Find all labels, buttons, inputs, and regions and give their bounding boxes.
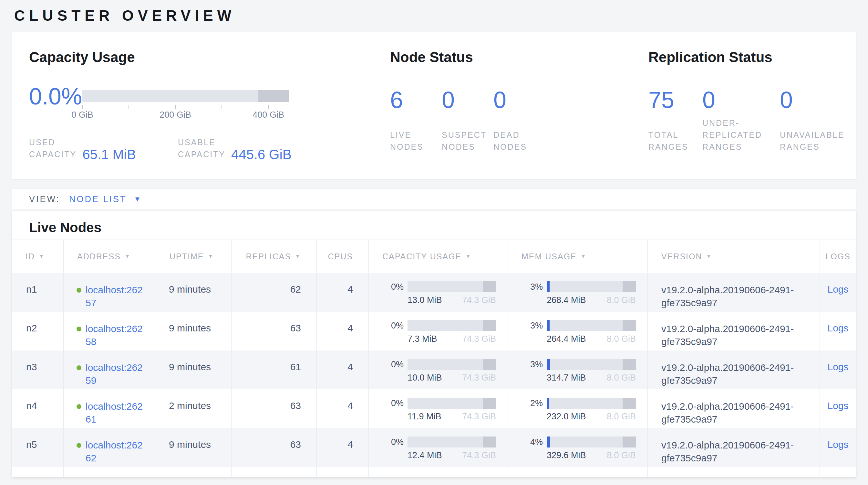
replication-status-section: Replication Status 75 0 0 TOTALRANGES UN…: [648, 32, 854, 153]
logs-link[interactable]: Logs: [827, 323, 848, 333]
logs-cell: Logs: [820, 312, 856, 350]
total-ranges-label: TOTALRANGES: [648, 129, 702, 153]
unavailable-ranges-count: 0: [780, 88, 854, 112]
table-row: n3 localhost:262 59 9 minutes 61 4 0% 10…: [12, 350, 856, 389]
live-status-dot-icon: [76, 365, 82, 370]
cpus-cell: 4: [317, 273, 369, 312]
chevron-down-icon: ▼: [134, 196, 141, 203]
column-header-address[interactable]: ADDRESS▼: [64, 240, 156, 273]
node-status-heading: Node Status: [390, 32, 545, 65]
node-address-link[interactable]: localhost:262 62: [86, 439, 143, 467]
mem-total-value: 8.0 GiB: [607, 411, 636, 422]
sort-desc-icon: ▼: [465, 253, 471, 260]
logs-link[interactable]: Logs: [827, 284, 848, 294]
node-address-cell: localhost:262 61: [64, 389, 156, 428]
capacity-usage-section: Capacity Usage 0.0% 0 GiB 200 GiB 400 Gi…: [29, 32, 291, 160]
mem-used-value: 232.0 MiB: [547, 411, 586, 422]
node-id-cell: n2: [12, 312, 64, 350]
mem-mini-bar: [547, 436, 636, 448]
node-address-link[interactable]: localhost:262 58: [86, 322, 143, 350]
mem-bar-dark-segment: [623, 281, 636, 292]
mem-bar-dark-segment: [623, 320, 636, 331]
capacity-usage-cell: 0% 13.0 MiB 74.3 GiB: [369, 273, 508, 312]
node-address-link[interactable]: localhost:262 57: [86, 284, 143, 312]
capacity-bar-chart: 0 GiB 200 GiB 400 GiB: [82, 90, 289, 120]
column-header-mem-usage[interactable]: MEM USAGE▼: [508, 240, 648, 273]
replicas-cell: 62: [231, 273, 317, 312]
cpus-cell: 4: [317, 428, 369, 467]
replicas-cell: 63: [231, 389, 317, 428]
column-header-version[interactable]: VERSION▼: [648, 240, 820, 273]
logs-link[interactable]: Logs: [827, 362, 848, 372]
capacity-percent: 0%: [390, 398, 404, 408]
mem-usage-cell: 3% 264.4 MiB 8.0 GiB: [508, 312, 648, 350]
logs-cell: Logs: [820, 350, 856, 389]
uptime-cell: 9 minutes: [156, 350, 231, 389]
column-header-replicas[interactable]: REPLICAS▼: [231, 240, 317, 273]
sort-desc-icon: ▼: [295, 253, 301, 260]
capacity-mini-bar: [407, 320, 496, 331]
capacity-total-value: 74.3 GiB: [462, 295, 496, 305]
uptime-cell: 9 minutes: [156, 428, 231, 467]
sort-desc-icon: ▼: [581, 253, 587, 260]
logs-link[interactable]: Logs: [827, 439, 848, 450]
node-address-cell: localhost:262 57: [64, 273, 156, 312]
capacity-total-value: 74.3 GiB: [462, 373, 496, 383]
used-capacity-label-line1: USED: [29, 137, 76, 148]
dead-nodes-label: DEADNODES: [493, 129, 545, 153]
table-body: n1 localhost:262 57 9 minutes 62 4 0% 13…: [12, 273, 856, 467]
column-header-capacity-usage[interactable]: CAPACITY USAGE▼: [369, 240, 508, 273]
table-row: n4 localhost:262 61 2 minutes 63 4 0% 11…: [12, 389, 856, 428]
logs-cell: Logs: [820, 273, 856, 312]
replicas-cell: 63: [231, 428, 317, 467]
capacity-mini-bar: [407, 436, 496, 448]
column-header-uptime[interactable]: UPTIME▼: [156, 240, 231, 273]
logs-link[interactable]: Logs: [827, 400, 848, 411]
node-address-link[interactable]: localhost:262 61: [86, 400, 143, 428]
capacity-axis-labels: 0 GiB 200 GiB 400 GiB: [82, 110, 289, 120]
capacity-usage-cell: 0% 10.0 MiB 74.3 GiB: [369, 350, 508, 389]
used-capacity-label-line2: CAPACITY: [29, 148, 76, 160]
column-header-logs: LOGS: [820, 240, 856, 273]
mem-usage-cell: 3% 268.4 MiB 8.0 GiB: [508, 273, 648, 312]
logs-cell: Logs: [820, 428, 856, 467]
node-address-link[interactable]: localhost:262 59: [86, 361, 143, 389]
mem-total-value: 8.0 GiB: [607, 450, 636, 460]
mem-bar-fill: [547, 320, 550, 331]
table-row: n2 localhost:262 58 9 minutes 63 4 0% 7.…: [12, 312, 856, 350]
live-nodes-card: Live Nodes ID▼ ADDRESS▼ UPTIME▼ REPLICAS…: [12, 211, 856, 477]
capacity-total-value: 74.3 GiB: [462, 334, 496, 344]
suspect-nodes-count: 0: [442, 88, 493, 112]
version-cell: v19.2.0-alpha.20190606-2491- gfe735c9a97: [648, 312, 820, 350]
mem-usage-cell: 3% 314.7 MiB 8.0 GiB: [508, 350, 648, 389]
axis-label-400gib: 400 GiB: [252, 110, 284, 120]
capacity-mini-bar: [407, 398, 496, 409]
mem-percent: 2%: [529, 398, 543, 408]
mem-usage-cell: 4% 329.6 MiB 8.0 GiB: [508, 428, 648, 467]
replicas-cell: 61: [231, 350, 317, 389]
suspect-nodes-label: SUSPECTNODES: [442, 129, 493, 153]
capacity-percent: 0%: [390, 321, 404, 331]
logs-cell: Logs: [820, 389, 856, 428]
column-header-id[interactable]: ID▼: [12, 240, 64, 273]
capacity-usage-cell: 0% 7.3 MiB 74.3 GiB: [369, 312, 508, 350]
mem-bar-dark-segment: [623, 398, 636, 409]
axis-label-200gib: 200 GiB: [159, 110, 191, 120]
column-header-cpus[interactable]: CPUS: [317, 240, 369, 273]
cpus-cell: 4: [317, 350, 369, 389]
mem-used-value: 268.4 MiB: [547, 295, 586, 305]
capacity-total-value: 74.3 GiB: [462, 450, 496, 460]
capacity-used-value: 11.9 MiB: [407, 411, 441, 422]
replicas-cell: 63: [231, 312, 317, 350]
live-nodes-count: 6: [390, 88, 442, 112]
mem-percent: 4%: [529, 437, 543, 447]
mem-mini-bar: [547, 320, 636, 331]
node-list-dropdown[interactable]: NODE LIST ▼: [69, 194, 141, 204]
version-cell: v19.2.0-alpha.20190606-2491- gfe735c9a97: [648, 428, 820, 467]
mem-used-value: 329.6 MiB: [547, 450, 586, 460]
mem-total-value: 8.0 GiB: [607, 295, 636, 305]
capacity-percent: 0%: [390, 360, 404, 370]
axis-label-0gib: 0 GiB: [71, 110, 93, 120]
mem-percent: 3%: [529, 321, 543, 331]
live-status-dot-icon: [76, 288, 82, 293]
